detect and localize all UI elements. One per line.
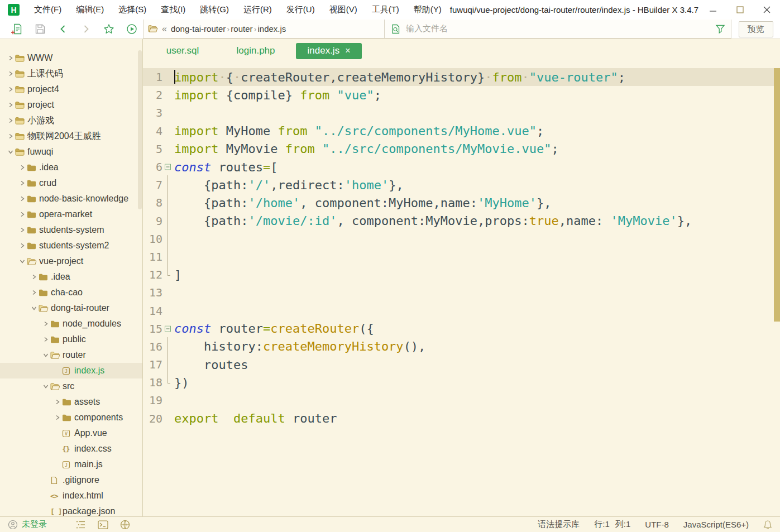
tree-chevron[interactable] xyxy=(6,86,15,93)
code-line-6[interactable]: 6const routes=[ xyxy=(143,158,780,176)
tree-item-index.html[interactable]: <>index.html xyxy=(0,488,142,504)
back-button[interactable] xyxy=(51,21,74,37)
code-line-12[interactable]: 12] xyxy=(143,266,780,284)
code-line-7[interactable]: 7 {path:'/',redirect:'home'}, xyxy=(143,176,780,194)
code-line-20[interactable]: 20export default router xyxy=(143,410,780,428)
tree-item--[interactable]: 上课代码 xyxy=(0,66,142,82)
tree-chevron[interactable] xyxy=(52,399,62,405)
tree-chevron[interactable] xyxy=(17,211,27,218)
tree-item-crud[interactable]: crud xyxy=(0,175,142,191)
code-line-16[interactable]: 16 history:createMemoryHistory(), xyxy=(143,338,780,356)
syntax-lib-label[interactable]: 语法提示库 xyxy=(538,519,580,530)
forward-button[interactable] xyxy=(74,21,97,37)
code-line-15[interactable]: 15const router=createRouter({ xyxy=(143,320,780,338)
fold-toggle[interactable] xyxy=(162,158,174,176)
breadcrumb-item-1[interactable]: router xyxy=(231,24,252,33)
fold-toggle[interactable] xyxy=(162,320,174,338)
code-line-13[interactable]: 13 xyxy=(143,284,780,301)
tree-item-WWW[interactable]: WWW xyxy=(0,50,142,66)
tree-chevron[interactable] xyxy=(6,133,15,140)
tree-item-package.json[interactable]: [ ]package.json xyxy=(0,504,142,516)
close-button[interactable] xyxy=(753,0,780,20)
tree-chevron[interactable] xyxy=(6,102,15,108)
menu-item-2[interactable]: 选择(S) xyxy=(111,0,154,20)
code-editor[interactable]: 1import·{·createRouter,createMemoryHisto… xyxy=(143,63,780,516)
tree-chevron[interactable] xyxy=(41,320,50,327)
tree-item-cha-cao[interactable]: cha-cao xyxy=(0,285,142,300)
tab-login.php[interactable]: login.php xyxy=(223,43,289,59)
fold-toggle-icon[interactable] xyxy=(165,164,171,170)
tree-item--2004-[interactable]: 物联网2004王威胜 xyxy=(0,128,142,144)
filter-icon[interactable] xyxy=(715,24,725,34)
tree-chevron[interactable] xyxy=(41,336,50,343)
tree-item-App.vue[interactable]: VApp.vue xyxy=(0,425,142,441)
tab-close-icon[interactable]: × xyxy=(345,46,350,55)
tree-chevron[interactable] xyxy=(17,180,27,186)
menu-item-5[interactable]: 运行(R) xyxy=(236,0,279,20)
code-line-18[interactable]: 18}) xyxy=(143,373,780,391)
maximize-button[interactable] xyxy=(726,0,753,20)
menu-item-6[interactable]: 发行(U) xyxy=(279,0,322,20)
breadcrumb-collapse[interactable]: « xyxy=(162,24,167,34)
tree-item-index.js[interactable]: Jindex.js xyxy=(0,363,142,378)
login-status[interactable]: 未登录 xyxy=(8,519,47,530)
sidebar-scrollbar[interactable] xyxy=(138,50,142,209)
tree-chevron[interactable] xyxy=(17,242,27,249)
tree-item-.idea[interactable]: .idea xyxy=(0,160,142,175)
tree-chevron[interactable] xyxy=(29,305,39,311)
breadcrumb[interactable]: « dong-tai-router›router›index.js xyxy=(143,20,385,39)
code-line-17[interactable]: 17 routes xyxy=(143,356,780,373)
tree-item-router[interactable]: router xyxy=(0,347,142,363)
tree-item-project[interactable]: project xyxy=(0,97,142,113)
menu-item-8[interactable]: 工具(T) xyxy=(365,0,406,20)
tree-chevron[interactable] xyxy=(17,164,27,171)
outline-icon[interactable] xyxy=(76,520,86,529)
tree-item-assets[interactable]: assets xyxy=(0,394,142,410)
code-line-14[interactable]: 14 xyxy=(143,301,780,319)
breadcrumb-item-0[interactable]: dong-tai-router xyxy=(171,24,226,33)
tree-item-node-basic-knowledge[interactable]: node-basic-knowledge xyxy=(0,191,142,207)
tree-item-.idea[interactable]: .idea xyxy=(0,269,142,285)
tree-item-vue-project[interactable]: vue-project xyxy=(0,253,142,269)
tree-item-fuwuqi[interactable]: fuwuqi xyxy=(0,144,142,160)
code-line-4[interactable]: 4import MyHome from "../src/components/M… xyxy=(143,122,780,140)
tree-item-opera-market[interactable]: opera-market xyxy=(0,207,142,222)
file-search-box[interactable]: 输入文件名 xyxy=(385,20,731,39)
tree-chevron[interactable] xyxy=(17,227,27,233)
tree-item-dong-tai-router[interactable]: dong-tai-router xyxy=(0,300,142,316)
tree-item--[interactable]: 小游戏 xyxy=(0,113,142,128)
run-button[interactable] xyxy=(120,21,143,37)
code-line-5[interactable]: 5import MyMovie from "../src/components/… xyxy=(143,140,780,158)
tree-chevron[interactable] xyxy=(17,258,27,265)
tree-item-src[interactable]: src xyxy=(0,378,142,394)
code-line-9[interactable]: 9 {path:'/movie/:id', component:MyMovie,… xyxy=(143,212,780,230)
tree-item-students-system2[interactable]: students-system2 xyxy=(0,238,142,253)
tree-item-students-system[interactable]: students-system xyxy=(0,222,142,238)
tree-item-components[interactable]: components xyxy=(0,410,142,425)
tab-user.sql[interactable]: user.sql xyxy=(150,43,216,59)
terminal-icon[interactable] xyxy=(98,520,108,529)
code-line-2[interactable]: 2import {compile} from "vue"; xyxy=(143,86,780,104)
code-line-1[interactable]: 1import·{·createRouter,createMemoryHisto… xyxy=(143,68,780,86)
encoding-indicator[interactable]: UTF-8 xyxy=(645,520,669,529)
tree-item-public[interactable]: public xyxy=(0,332,142,347)
notification-bell-icon[interactable] xyxy=(763,520,772,530)
tree-chevron[interactable] xyxy=(29,274,39,280)
tree-item-index.css[interactable]: {}index.css xyxy=(0,441,142,457)
tree-chevron[interactable] xyxy=(6,117,15,124)
code-line-19[interactable]: 19 xyxy=(143,391,780,409)
tree-chevron[interactable] xyxy=(6,55,15,61)
code-line-8[interactable]: 8 {path:'/home', component:MyHome,name:'… xyxy=(143,194,780,212)
editor-scrollbar[interactable] xyxy=(774,68,780,322)
menu-item-0[interactable]: 文件(F) xyxy=(27,0,69,20)
tree-item-project4[interactable]: project4 xyxy=(0,82,142,97)
tree-chevron[interactable] xyxy=(52,414,62,421)
menu-item-9[interactable]: 帮助(Y) xyxy=(406,0,449,20)
cursor-position[interactable]: 行:1 列:1 xyxy=(594,519,630,530)
code-line-3[interactable]: 3 xyxy=(143,104,780,122)
tab-index.js[interactable]: index.js× xyxy=(296,43,362,59)
breadcrumb-item-2[interactable]: index.js xyxy=(257,24,286,33)
tree-item-node_modules[interactable]: node_modules xyxy=(0,316,142,332)
menu-item-7[interactable]: 视图(V) xyxy=(322,0,365,20)
save-button[interactable] xyxy=(28,21,51,37)
